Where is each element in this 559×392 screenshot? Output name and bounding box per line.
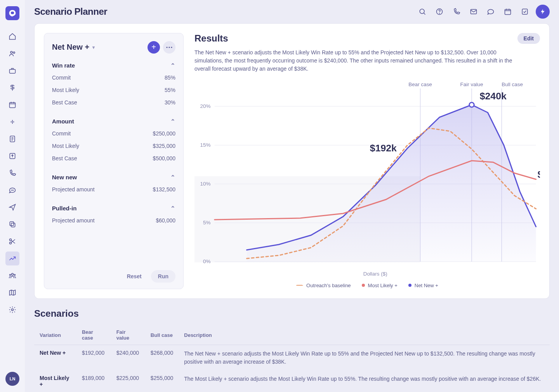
scenario-panel: Net New + ▾ + Win rate⌃Commit85%Most Lik… (44, 33, 184, 290)
row-label: Commit (52, 130, 71, 137)
results-title: Results (194, 33, 228, 44)
svg-text:5%: 5% (203, 220, 211, 225)
svg-point-16 (14, 274, 15, 276)
section-toggle[interactable]: Pulled-in⌃ (52, 203, 175, 214)
svg-text:0%: 0% (203, 258, 211, 264)
nav-people-icon[interactable] (5, 47, 19, 61)
row-label: Projected amount (52, 186, 95, 193)
scenario-selector[interactable]: Net New + ▾ (52, 43, 95, 52)
nav-doc-icon[interactable] (5, 132, 19, 146)
task-icon[interactable] (519, 5, 531, 18)
app-logo[interactable] (5, 6, 19, 20)
section-title: New new (52, 174, 77, 180)
svg-point-9 (13, 190, 14, 191)
run-button[interactable]: Run (151, 270, 175, 283)
table-row[interactable]: Net New + $192,000 $240,000 $268,000 The… (34, 345, 550, 370)
svg-point-17 (12, 309, 14, 311)
nav-home-icon[interactable] (5, 29, 19, 43)
svg-point-20 (439, 13, 440, 14)
reset-button[interactable]: Reset (122, 270, 146, 283)
panel-section: Pulled-in⌃Projected amount$60,000 (52, 203, 175, 227)
section-title: Pulled-in (52, 205, 76, 212)
section-toggle[interactable]: Win rate⌃ (52, 60, 175, 71)
table-row[interactable]: Most Likely + $189,000 $225,000 $255,000… (34, 370, 550, 392)
section-title: Amount (52, 118, 74, 125)
row-value: 30% (165, 99, 175, 106)
svg-text:Bear case: Bear case (408, 82, 432, 87)
svg-rect-22 (505, 9, 511, 14)
nav-briefcase-icon[interactable] (5, 64, 19, 78)
cell-description: The Most Likely + scenario adjusts the M… (179, 370, 550, 392)
nav-trend-icon[interactable] (5, 252, 19, 265)
results-pane: Results Edit The Net New + scenario adju… (194, 33, 540, 290)
row-label: Commit (52, 75, 71, 81)
row-value: $132,500 (153, 186, 175, 193)
table-header: Bull case (145, 325, 179, 345)
svg-rect-10 (11, 223, 15, 227)
table-header: Variation (34, 325, 76, 345)
nav-map-icon[interactable] (5, 286, 19, 300)
results-description: The Net New + scenario adjusts the Most … (194, 49, 521, 73)
nav-send-icon[interactable] (5, 200, 19, 214)
scenarios-title: Scenarios (34, 308, 550, 319)
nav-team-icon[interactable] (5, 269, 19, 283)
section-row: Best Case$500,000 (52, 152, 175, 165)
bolt-icon[interactable] (536, 5, 550, 19)
nav-upload-icon[interactable] (5, 149, 19, 163)
nav-phone-icon[interactable] (5, 166, 19, 180)
nav-copy-icon[interactable] (5, 217, 19, 231)
user-avatar[interactable]: LN (5, 372, 19, 386)
topbar: Scenario Planner (25, 0, 559, 23)
cell-variation: Net New + (34, 345, 76, 370)
cell-variation: Most Likely + (34, 370, 76, 392)
row-label: Best Case (52, 155, 77, 161)
section-row: Most Likely55% (52, 84, 175, 96)
svg-text:$268k: $268k (538, 169, 540, 180)
chevron-up-icon: ⌃ (170, 174, 175, 181)
help-icon[interactable] (433, 5, 446, 18)
edit-button[interactable]: Edit (517, 33, 540, 44)
svg-point-25 (168, 47, 170, 48)
chevron-up-icon: ⌃ (170, 205, 175, 212)
more-menu-button[interactable] (163, 41, 175, 54)
phone-icon[interactable] (450, 5, 463, 18)
table-header: Description (179, 325, 550, 345)
svg-point-8 (12, 190, 13, 191)
nav-dollar-icon[interactable] (5, 81, 19, 95)
nav-settings-icon[interactable] (5, 303, 19, 317)
svg-point-18 (420, 9, 424, 14)
svg-point-2 (13, 52, 15, 53)
nav-scissors-icon[interactable] (5, 234, 19, 248)
scenarios-table: VariationBear caseFair valueBull caseDes… (34, 325, 550, 392)
nav-calendar-icon[interactable] (5, 98, 19, 112)
row-value: 55% (165, 87, 175, 93)
svg-text:10%: 10% (200, 181, 210, 187)
search-icon[interactable] (416, 5, 429, 18)
row-label: Most Likely (52, 143, 79, 149)
add-scenario-button[interactable]: + (148, 41, 160, 54)
results-chart: 0%5%10%15%20%Bear caseFair valueBull cas… (194, 79, 540, 281)
left-nav: LN (0, 0, 25, 392)
panel-section: Win rate⌃Commit85%Most Likely55%Best Cas… (52, 60, 175, 109)
svg-point-7 (11, 190, 12, 191)
section-title: Win rate (52, 62, 75, 69)
nav-chat-icon[interactable] (5, 183, 19, 197)
nav-signal-icon[interactable] (5, 115, 19, 129)
chart-legend: Outreach's baseline Most Likely + Net Ne… (194, 283, 540, 288)
section-toggle[interactable]: New new⌃ (52, 172, 175, 183)
svg-point-15 (10, 274, 11, 276)
mail-icon[interactable] (467, 5, 480, 18)
scenarios-section: Scenarios VariationBear caseFair valueBu… (34, 308, 550, 392)
svg-point-1 (10, 51, 12, 53)
svg-text:Dollars ($): Dollars ($) (363, 271, 387, 277)
message-icon[interactable] (484, 5, 497, 18)
section-toggle[interactable]: Amount⌃ (52, 116, 175, 127)
schedule-icon[interactable] (502, 5, 514, 18)
svg-rect-3 (10, 69, 16, 73)
row-value: $325,000 (153, 143, 175, 149)
table-header: Fair value (111, 325, 145, 345)
svg-text:$192k: $192k (370, 143, 397, 153)
row-label: Best Case (52, 99, 77, 106)
table-header: Bear case (76, 325, 111, 345)
cell-bear: $192,000 (76, 345, 111, 370)
